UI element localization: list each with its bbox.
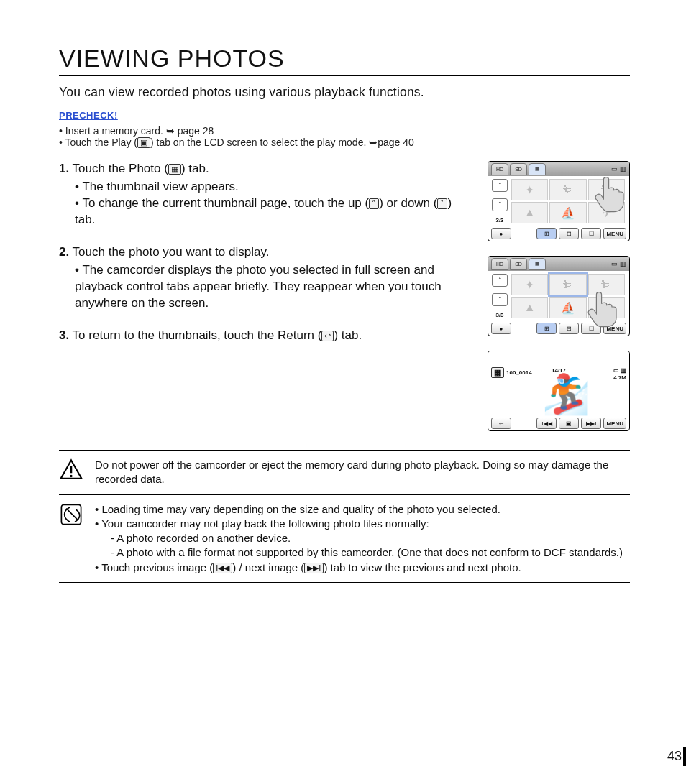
- next-image-icon: ▶▶I: [304, 563, 324, 573]
- prev-image-button[interactable]: I◀◀: [536, 418, 557, 429]
- note-item: Loading time may vary depending on the s…: [95, 502, 623, 517]
- step-1: 1. Touch the Photo (▦) tab. The thumbnai…: [59, 161, 469, 229]
- thumbnail[interactable]: ✈: [588, 297, 625, 318]
- precheck-text: ) tab on the LCD screen to select the pl…: [150, 137, 369, 148]
- page-up-button[interactable]: ˄: [492, 274, 508, 287]
- sd-tab[interactable]: SD: [510, 258, 527, 270]
- arrow-icon: ➥: [166, 125, 175, 137]
- divider: [59, 450, 630, 451]
- thumbnail[interactable]: ⛷: [549, 179, 586, 200]
- note-text: Touch previous image (: [101, 561, 213, 573]
- note-icon: [59, 502, 83, 527]
- step-sub: To change the current thumbnail page, to…: [75, 195, 469, 229]
- step-3: 3. To return to the thumbnails, touch th…: [59, 328, 469, 344]
- thumbnail[interactable]: ✦: [511, 274, 548, 295]
- play-tab-icon: ▣: [137, 137, 150, 148]
- return-icon: ↩: [321, 331, 334, 341]
- thumbnail[interactable]: ✦: [511, 179, 548, 200]
- menu-button[interactable]: MENU: [603, 418, 626, 429]
- note-item: Touch previous image (I◀◀) / next image …: [95, 561, 623, 575]
- photo-tab-icon: ▦: [168, 164, 181, 175]
- precheck-text: Insert a memory card.: [65, 125, 166, 137]
- thumbnail[interactable]: ⛵: [549, 202, 586, 223]
- step-sub: The camcorder displays the photo you sel…: [75, 262, 469, 312]
- step-number: 3.: [59, 328, 69, 342]
- note-subitem: A photo with a file format not supported…: [111, 545, 623, 560]
- grid4-button[interactable]: ⊟: [559, 323, 579, 334]
- grid4-button[interactable]: ⊟: [559, 228, 579, 239]
- page-title: VIEWING PHOTOS: [59, 45, 630, 76]
- page-number: 43: [667, 749, 682, 764]
- lcd-figure-fullscreen: ▦ 100_0014 14/17 ▭ ▥ 4.7M 🏂 ↩ I◀◀ ▣ ▶▶I …: [488, 351, 630, 431]
- grid3-button[interactable]: ⊞: [536, 228, 557, 239]
- step-text: To return to the thumbnails, touch the R…: [73, 328, 322, 342]
- note-text: Your camcorder may not play back the fol…: [101, 517, 429, 530]
- warning-note: Do not power off the camcorder or eject …: [59, 458, 630, 487]
- arrow-icon: ➥: [369, 137, 378, 148]
- sd-tab[interactable]: SD: [510, 163, 527, 175]
- thumbnail-selected[interactable]: ⛷: [549, 274, 586, 295]
- step-sub-text: To change the current thumbnail page, to…: [82, 196, 369, 210]
- down-icon: ˅: [437, 198, 447, 209]
- step-number: 1.: [59, 162, 69, 175]
- page-down-button[interactable]: ˅: [492, 293, 508, 306]
- thumbnail-grid: ✦ ⛷ ⛷ ▲ ⛵ ✈: [511, 274, 625, 318]
- note-text: ) tab to view the previous and next phot…: [324, 561, 521, 573]
- note-subitem: A photo recorded on another device.: [111, 531, 623, 545]
- date-view-button[interactable]: ☐: [581, 228, 601, 239]
- thumbnail[interactable]: ▲: [511, 202, 548, 223]
- up-icon: ˄: [369, 198, 379, 209]
- thumbnail[interactable]: ✈: [588, 202, 625, 223]
- page-indicator: 3/3: [495, 312, 503, 318]
- step-text: ) tab.: [181, 162, 209, 175]
- record-mode-button[interactable]: ●: [491, 228, 511, 239]
- thumbnail[interactable]: ⛵: [549, 297, 586, 318]
- precheck-list: Insert a memory card. ➥ page 28 Touch th…: [59, 125, 630, 148]
- precheck-heading: PRECHECK!: [59, 110, 630, 121]
- hd-tab[interactable]: HD: [491, 258, 508, 270]
- thumbnail[interactable]: ⛷: [588, 274, 625, 295]
- step-2: 2. Touch the photo you want to display. …: [59, 244, 469, 312]
- grid3-button[interactable]: ⊞: [536, 323, 557, 334]
- precheck-ref: page 28: [178, 125, 214, 137]
- next-image-button[interactable]: ▶▶I: [581, 418, 601, 429]
- precheck-item: Insert a memory card. ➥ page 28: [59, 125, 630, 137]
- divider: [59, 582, 630, 583]
- divider: [59, 494, 630, 495]
- step-sub: The thumbnail view appears.: [75, 179, 469, 195]
- lcd-figure-thumbnails: HD SD ▦ ▭ ▥ ˄ ˅ 3/3 ✦ ⛷ ⛷ ▲ ⛵ ✈: [488, 161, 630, 241]
- date-view-button[interactable]: ☐: [581, 323, 601, 334]
- note-item: Your camcorder may not play back the fol…: [95, 517, 623, 561]
- thumbnail[interactable]: ⛷: [588, 179, 625, 200]
- precheck-item: Touch the Play (▣) tab on the LCD screen…: [59, 137, 630, 148]
- warning-text: Do not power off the camcorder or eject …: [95, 458, 630, 487]
- photo-tab[interactable]: ▦: [529, 258, 546, 270]
- svg-point-1: [70, 475, 72, 477]
- slideshow-button[interactable]: ▣: [559, 418, 579, 429]
- page-down-button[interactable]: ˅: [492, 198, 508, 211]
- battery-icon: ▭ ▥: [611, 165, 626, 172]
- return-button[interactable]: ↩: [491, 418, 511, 429]
- note-text: ) / next image (: [232, 561, 304, 573]
- photo-content: 🏂: [542, 372, 590, 417]
- step-text: ) tab.: [334, 328, 362, 342]
- intro-text: You can view recorded photos using vario…: [59, 85, 630, 100]
- menu-button[interactable]: MENU: [603, 228, 626, 239]
- hd-tab[interactable]: HD: [491, 163, 508, 175]
- prev-image-icon: I◀◀: [213, 563, 232, 573]
- thumbnail[interactable]: ▲: [511, 297, 548, 318]
- step-sub-text: ) or down (: [379, 196, 437, 210]
- thumbnail-grid: ✦ ⛷ ⛷ ▲ ⛵ ✈: [511, 179, 625, 223]
- step-number: 2.: [59, 245, 69, 259]
- step-text: Touch the photo you want to display.: [73, 245, 270, 259]
- photo-tab[interactable]: ▦: [529, 163, 546, 175]
- battery-icon: ▭ ▥: [611, 260, 626, 267]
- info-note: Loading time may vary depending on the s…: [59, 502, 630, 575]
- page-up-button[interactable]: ˄: [492, 179, 508, 192]
- precheck-text: Touch the Play (: [65, 137, 137, 148]
- record-mode-button[interactable]: ●: [491, 323, 511, 334]
- warning-icon: [59, 458, 83, 482]
- page-indicator: 3/3: [495, 217, 503, 223]
- lcd-figure-select-photo: HD SD ▦ ▭ ▥ ˄ ˅ 3/3 ✦ ⛷ ⛷ ▲ ⛵ ✈: [488, 256, 630, 336]
- menu-button[interactable]: MENU: [603, 323, 626, 334]
